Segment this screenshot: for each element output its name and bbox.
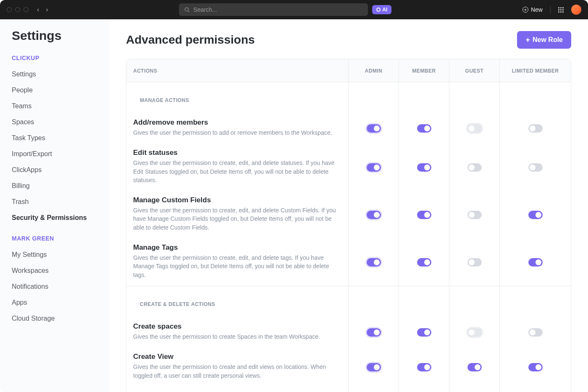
sidebar-item[interactable]: Settings [12,66,97,82]
ai-icon [376,8,381,12]
sidebar-title: Settings [12,29,97,43]
permission-toggle[interactable] [417,124,431,133]
sidebar-item[interactable]: Workspaces [12,263,97,279]
permission-title: Add/remove members [133,118,341,127]
column-guest: GUEST [465,68,484,74]
permission-row: Edit statusesGives the user the permissi… [126,144,571,191]
history-nav: ‹ › [37,6,48,13]
permissions-table: ACTIONS ADMIN MEMBER GUEST LIMITED MEMBE… [126,59,571,392]
sidebar-item[interactable]: Teams [12,98,97,114]
permission-toggle[interactable] [367,124,381,133]
plus-icon: + [522,7,528,13]
permission-title: Create spaces [133,322,341,331]
search-input[interactable]: Search... [179,3,368,16]
permission-toggle[interactable] [367,258,381,267]
search-placeholder: Search... [193,6,217,13]
permission-toggle[interactable] [528,258,543,267]
permission-row: Create ViewGives the user the permission… [126,348,571,387]
sidebar-item[interactable]: Trash [12,194,97,210]
permission-description: Gives the user the permission to create,… [133,159,341,184]
permission-title: Manage Custom Fields [133,196,341,204]
permission-toggle [467,124,482,133]
divider [550,6,551,13]
column-member: MEMBER [412,68,436,74]
column-limited-member: LIMITED MEMBER [512,68,559,74]
permission-toggle[interactable] [417,258,431,267]
permission-toggle[interactable] [417,163,431,172]
group-header: MANAGE ACTIONS [133,90,341,106]
sidebar: Settings CLICKUPSettingsPeopleTeamsSpace… [0,19,109,392]
permission-toggle[interactable] [528,124,543,133]
apps-menu-icon[interactable] [558,7,564,13]
permission-description: Gives the user the permission to create,… [133,253,341,279]
sidebar-item[interactable]: Apps [12,295,97,311]
sidebar-item[interactable]: ClickApps [12,162,97,178]
permission-toggle[interactable] [417,328,431,337]
sidebar-item[interactable]: Security & Permissions [12,210,97,226]
sidebar-item[interactable]: Billing [12,178,97,194]
permission-toggle [467,328,482,337]
main-content: Advanced permissions + New Role ACTIONS … [109,19,588,392]
permission-description: Gives the user the permission to add or … [133,128,341,137]
new-role-button[interactable]: + New Role [517,31,571,49]
new-button[interactable]: + New [522,6,543,13]
permission-toggle[interactable] [367,328,381,337]
permission-toggle[interactable] [528,163,543,172]
permission-toggle[interactable] [467,258,482,267]
minimize-window-icon[interactable] [15,7,20,12]
avatar[interactable] [571,5,581,15]
permission-toggle[interactable] [528,211,543,219]
permission-row: Manage Custom FieldsGives the user the p… [126,191,571,238]
maximize-window-icon[interactable] [24,7,29,12]
close-window-icon[interactable] [7,7,12,12]
permission-group: MANAGE ACTIONSAdd/remove membersGives th… [126,82,571,286]
sidebar-item[interactable]: Import/Export [12,146,97,162]
titlebar: ‹ › Search... AI + New [0,0,588,19]
sidebar-item[interactable]: Cloud Storage [12,311,97,327]
permission-toggle[interactable] [467,363,482,371]
sidebar-item[interactable]: Notifications [12,279,97,295]
ai-button[interactable]: AI [372,5,391,14]
forward-button[interactable]: › [46,6,48,13]
permission-row: Delete itemsGives the user the permissio… [126,387,571,392]
table-header: ACTIONS ADMIN MEMBER GUEST LIMITED MEMBE… [126,59,571,82]
sidebar-item[interactable]: People [12,82,97,98]
group-header: CREATE & DELETE ACTIONS [133,294,341,310]
permission-toggle[interactable] [528,328,543,337]
column-actions: ACTIONS [133,68,158,74]
sidebar-section-header: CLICKUP [12,55,97,61]
permission-row: Create spacesGives the user the permissi… [126,317,571,348]
search-icon [184,7,190,13]
back-button[interactable]: ‹ [37,6,39,13]
permission-toggle[interactable] [417,363,431,371]
permission-title: Create View [133,353,341,361]
sidebar-item[interactable]: Spaces [12,114,97,130]
permission-toggle[interactable] [528,363,543,371]
permission-row: Manage TagsGives the user the permission… [126,238,571,286]
plus-icon: + [525,36,530,44]
permission-toggle[interactable] [367,363,381,371]
permission-description: Gives the user the permission to create,… [133,206,341,232]
svg-point-0 [185,8,189,11]
permission-description: Gives the user the permission to create … [133,332,341,341]
column-admin: ADMIN [365,68,383,74]
permission-toggle[interactable] [367,211,381,219]
permission-toggle[interactable] [417,211,431,219]
permission-description: Gives the user the permission to create … [133,363,341,380]
permission-title: Edit statuses [133,149,341,157]
permission-row: Add/remove membersGives the user the per… [126,113,571,144]
sidebar-item[interactable]: Task Types [12,130,97,146]
permission-toggle[interactable] [467,211,482,219]
permission-title: Manage Tags [133,243,341,252]
sidebar-section-header: MARK GREEN [12,235,97,242]
permission-toggle[interactable] [367,163,381,172]
permission-group: CREATE & DELETE ACTIONSCreate spacesGive… [126,286,571,392]
window-controls [7,7,29,12]
page-title: Advanced permissions [126,33,255,47]
permission-toggle[interactable] [467,163,482,172]
svg-line-1 [188,11,189,12]
sidebar-item[interactable]: My Settings [12,247,97,263]
